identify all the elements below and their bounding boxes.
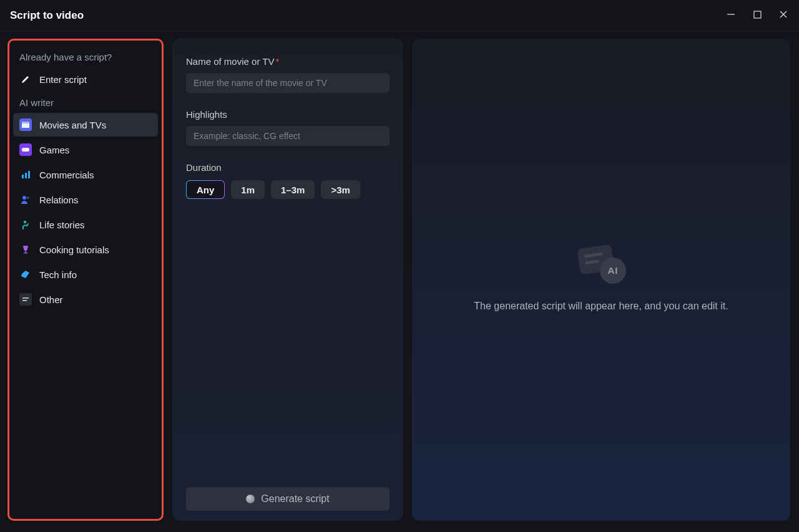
sidebar: Already have a script? Enter script AI w…: [7, 39, 164, 521]
sidebar-item-label: Commercials: [39, 170, 94, 180]
sidebar-item-label: Enter script: [39, 74, 87, 85]
svg-rect-7: [22, 175, 24, 178]
svg-rect-6: [22, 148, 29, 152]
output-panel: AI The generated script will appear here…: [412, 39, 790, 521]
svg-point-11: [27, 196, 29, 199]
person-wave-icon: [19, 218, 32, 231]
sidebar-item-commercials[interactable]: Commercials: [13, 163, 158, 186]
tag-icon: [19, 268, 32, 281]
sidebar-item-other[interactable]: Other: [13, 288, 158, 311]
sidebar-section-ai-writer: AI writer: [13, 92, 158, 112]
duration-3m-button[interactable]: >3m: [321, 180, 360, 199]
svg-rect-13: [25, 250, 26, 253]
duration-1m-button[interactable]: 1m: [231, 180, 265, 199]
output-placeholder-text: The generated script will appear here, a…: [474, 299, 728, 313]
sidebar-item-label: Games: [39, 145, 69, 155]
sidebar-item-cooking[interactable]: Cooking tutorials: [13, 238, 158, 261]
minimize-icon: [727, 10, 735, 19]
lines-icon: [19, 293, 32, 306]
sidebar-item-movies[interactable]: Movies and TVs: [13, 113, 158, 137]
name-label: Name of movie or TV*: [186, 56, 390, 67]
app-window: Script to video Already have a script? E…: [0, 0, 799, 532]
close-button[interactable]: [778, 10, 789, 21]
highlights-label: Highlights: [186, 109, 390, 120]
required-asterisk: *: [275, 56, 279, 67]
svg-rect-15: [22, 297, 29, 299]
duration-options: Any 1m 1–3m >3m: [186, 180, 390, 199]
svg-point-10: [22, 196, 26, 200]
sidebar-item-relations[interactable]: Relations: [13, 188, 158, 211]
field-name: Name of movie or TV*: [186, 56, 390, 93]
svg-rect-8: [25, 173, 27, 178]
sidebar-item-label: Movies and TVs: [39, 120, 106, 130]
duration-any-button[interactable]: Any: [186, 180, 225, 199]
pencil-icon: [19, 73, 32, 85]
svg-point-12: [24, 221, 26, 223]
ai-badge: AI: [600, 258, 626, 284]
sidebar-item-label: Cooking tutorials: [39, 244, 109, 255]
generate-label: Generate script: [261, 493, 329, 505]
sidebar-item-label: Relations: [39, 195, 79, 205]
form-panel: Name of movie or TV* Highlights Duration…: [172, 39, 403, 521]
sphere-icon: [246, 495, 255, 503]
svg-rect-9: [28, 171, 30, 178]
highlights-input[interactable]: [186, 126, 390, 146]
svg-rect-5: [22, 122, 29, 123]
duration-label: Duration: [186, 162, 390, 173]
svg-rect-4: [22, 123, 29, 128]
svg-rect-14: [24, 253, 27, 253]
generate-script-button[interactable]: Generate script: [186, 487, 390, 511]
sidebar-item-tech[interactable]: Tech info: [13, 263, 158, 286]
maximize-icon: [753, 11, 762, 19]
sidebar-section-have-script: Already have a script?: [13, 47, 158, 66]
svg-rect-1: [754, 11, 761, 18]
content-body: Already have a script? Enter script AI w…: [0, 31, 799, 532]
sidebar-item-label: Tech info: [39, 269, 77, 280]
window-controls: [725, 10, 789, 21]
field-duration: Duration Any 1m 1–3m >3m: [186, 162, 390, 199]
clapper-icon: [19, 118, 32, 131]
titlebar: Script to video: [0, 0, 799, 31]
minimize-button[interactable]: [725, 10, 737, 21]
sidebar-item-label: Life stories: [39, 220, 85, 230]
wineglass-icon: [19, 243, 32, 256]
ai-placeholder-icon: AI: [576, 246, 626, 284]
people-icon: [19, 193, 32, 206]
close-icon: [779, 10, 788, 19]
name-input[interactable]: [186, 73, 390, 93]
gamepad-icon: [19, 143, 32, 156]
svg-rect-16: [22, 300, 27, 301]
sidebar-item-games[interactable]: Games: [13, 138, 158, 162]
field-highlights: Highlights: [186, 109, 390, 146]
duration-1-3m-button[interactable]: 1–3m: [271, 180, 315, 199]
sidebar-item-label: Other: [39, 294, 63, 305]
window-title: Script to video: [10, 9, 84, 22]
sidebar-item-enter-script[interactable]: Enter script: [13, 67, 158, 91]
maximize-button[interactable]: [752, 10, 763, 21]
sidebar-item-life-stories[interactable]: Life stories: [13, 213, 158, 236]
chart-icon: [19, 168, 32, 181]
